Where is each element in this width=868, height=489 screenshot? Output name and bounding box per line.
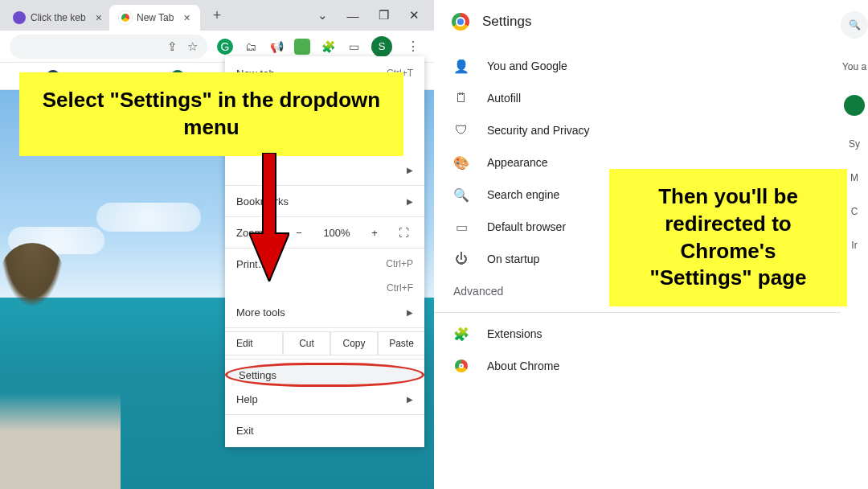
cloud-decoration [96,203,201,232]
tab-label: Click the keb [31,12,86,23]
callout-text: Then you'll be redirected to Chrome's "S… [649,184,806,290]
profile-avatar[interactable] [844,95,865,116]
nav-label: Search engine [487,188,559,201]
menu-edit-row: Edit Cut Copy Paste [225,331,424,355]
text-fragment: M [850,172,858,183]
menu-separator [225,359,424,360]
instruction-callout-left: Select "Settings" in the dropdown menu [19,72,403,156]
nav-about-chrome[interactable]: About Chrome [434,350,868,382]
settings-title: Settings [482,14,531,30]
favicon-icon [13,11,26,24]
menu-settings[interactable]: Settings [225,363,424,387]
settings-header: Settings [434,0,868,43]
autofill-icon: 🗒 [453,90,469,106]
shield-icon: 🛡 [453,122,469,138]
maximize-icon[interactable]: ❐ [378,10,389,21]
chevron-down-icon[interactable]: ⌄ [317,10,328,21]
avatar-letter: S [379,40,386,52]
browser-icon: ▭ [453,219,469,235]
menu-shortcut: Ctrl+F [387,282,413,294]
tab-label: New Tab [137,12,174,23]
menu-separator [225,327,424,328]
menu-more-tools[interactable]: More tools ▶ [225,300,424,324]
nav-label: Extensions [487,327,542,340]
nav-autofill[interactable]: 🗒 Autofill [434,82,868,114]
nav-label: Advanced [453,285,503,298]
chrome-small-icon [453,358,469,374]
zoom-value: 100% [318,227,355,239]
kebab-menu-icon[interactable]: ⋮ [402,35,424,58]
text-fragment: Ir [851,240,857,251]
instruction-callout-right: Then you'll be redirected to Chrome's "S… [609,169,847,306]
reading-list-icon[interactable]: ▭ [346,39,362,55]
text-fragment: You a [842,61,866,72]
menu-label: Exit [236,425,413,437]
fullscreen-icon[interactable]: ⛶ [394,227,413,239]
chevron-right-icon: ▶ [407,308,413,317]
search-button[interactable]: 🔍 [841,11,868,39]
grammarly-icon[interactable]: G [217,39,233,55]
nav-divider [434,312,868,313]
tab-click-the-keb[interactable]: Click the keb × [3,5,108,31]
zoom-in-button[interactable]: + [365,227,384,239]
text-fragment: Sy [849,138,860,150]
evernote-icon[interactable] [294,39,310,55]
callout-text: Select "Settings" in the dropdown menu [43,88,380,139]
menu-label: Settings [239,369,411,381]
menu-label: More tools [236,306,407,318]
tab-strip: Click the keb × New Tab × + ⌄ — ❐ ✕ [0,0,434,31]
menu-edit-label: Edit [225,331,283,355]
address-bar[interactable]: ⇪ ☆ [10,35,207,59]
svg-marker-0 [249,153,289,281]
dock-decoration [0,392,121,489]
nav-you-and-google[interactable]: 👤 You and Google [434,50,868,82]
beach-hut-decoration [0,243,64,307]
puzzle-icon[interactable]: 🧩 [320,39,336,55]
chrome-logo-icon [452,13,469,31]
text-fragment: C [851,206,858,217]
nav-label: Security and Privacy [487,124,590,137]
puzzle-icon: 🧩 [453,326,469,342]
minimize-icon[interactable]: — [347,10,358,21]
close-icon[interactable]: × [96,11,102,24]
menu-shortcut: Ctrl+P [386,258,413,269]
red-arrow-icon [249,153,289,281]
megaphone-icon[interactable]: 📢 [268,39,285,55]
new-tab-button[interactable]: + [213,7,222,24]
chevron-right-icon: ▶ [407,197,413,206]
power-icon: ⏻ [453,251,469,267]
search-icon: 🔍 [453,187,469,203]
close-window-icon[interactable]: ✕ [408,10,420,21]
nav-label: Autofill [487,92,521,105]
share-icon[interactable]: ⇪ [167,39,178,54]
menu-separator [225,414,424,415]
menu-cut[interactable]: Cut [283,331,330,355]
nav-label: About Chrome [487,360,559,372]
nav-label: Default browser [487,220,566,233]
nav-security[interactable]: 🛡 Security and Privacy [434,114,868,146]
menu-copy[interactable]: Copy [330,331,378,355]
chevron-right-icon: ▶ [407,166,413,175]
star-icon[interactable]: ☆ [187,39,198,54]
chrome-icon [119,11,132,24]
person-icon: 👤 [453,58,469,74]
nav-label: You and Google [487,60,567,72]
palette-icon: 🎨 [453,154,469,171]
tab-new-tab[interactable]: New Tab × [109,5,200,31]
nav-label: On startup [487,253,539,265]
chevron-right-icon: ▶ [407,395,413,404]
close-icon[interactable]: × [183,11,190,24]
nav-extensions[interactable]: 🧩 Extensions ⧉ [434,318,868,350]
profile-avatar[interactable]: S [371,36,392,57]
nav-label: Appearance [487,156,548,169]
zoom-out-button[interactable]: − [289,227,309,239]
extension-icon[interactable]: 🗂 [243,39,259,55]
menu-label: Help [236,393,407,405]
menu-exit[interactable]: Exit [225,418,424,442]
menu-help[interactable]: Help ▶ [225,387,424,411]
menu-paste[interactable]: Paste [378,331,424,355]
